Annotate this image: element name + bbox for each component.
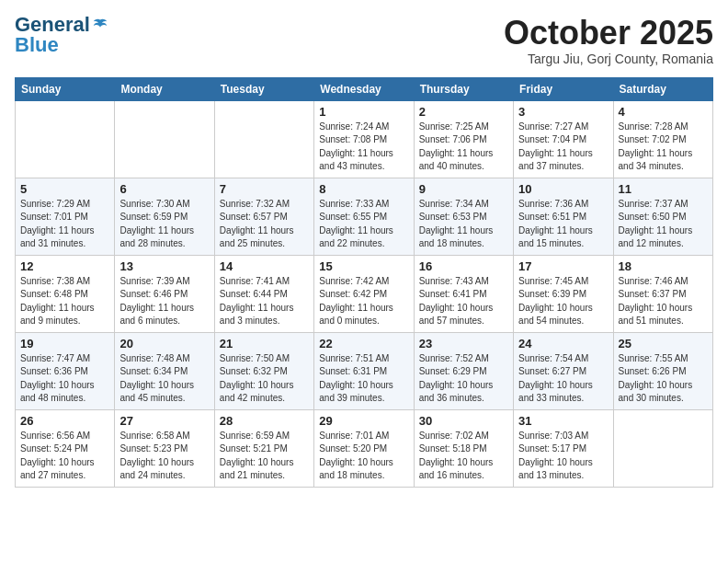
weekday-header-wednesday: Wednesday — [314, 77, 414, 100]
day-info: Sunrise: 7:39 AM Sunset: 6:46 PM Dayligh… — [119, 275, 209, 328]
day-number: 21 — [220, 337, 309, 350]
day-number: 19 — [20, 337, 109, 350]
day-info: Sunrise: 7:03 AM Sunset: 5:17 PM Dayligh… — [518, 430, 608, 483]
day-number: 13 — [119, 259, 209, 273]
day-info: Sunrise: 6:58 AM Sunset: 5:23 PM Dayligh… — [119, 430, 209, 483]
calendar-day-cell: 21Sunrise: 7:50 AM Sunset: 6:32 PM Dayli… — [214, 332, 313, 409]
calendar-day-cell: 11Sunrise: 7:37 AM Sunset: 6:50 PM Dayli… — [613, 178, 712, 255]
location-subtitle: Targu Jiu, Gorj County, Romania — [504, 52, 713, 66]
day-info: Sunrise: 7:27 AM Sunset: 7:04 PM Dayligh… — [518, 121, 608, 174]
day-number: 22 — [319, 337, 408, 350]
day-info: Sunrise: 7:47 AM Sunset: 6:36 PM Dayligh… — [20, 352, 109, 406]
day-number: 16 — [419, 259, 508, 273]
day-info: Sunrise: 7:02 AM Sunset: 5:18 PM Dayligh… — [419, 430, 508, 483]
day-number: 11 — [619, 182, 708, 196]
calendar-day-cell: 16Sunrise: 7:43 AM Sunset: 6:41 PM Dayli… — [414, 255, 513, 332]
calendar-day-cell — [115, 100, 214, 178]
calendar-day-cell: 5Sunrise: 7:29 AM Sunset: 7:01 PM Daylig… — [16, 178, 115, 255]
day-info: Sunrise: 7:42 AM Sunset: 6:42 PM Dayligh… — [319, 275, 408, 328]
weekday-header-sunday: Sunday — [16, 77, 115, 100]
calendar-day-cell: 14Sunrise: 7:41 AM Sunset: 6:44 PM Dayli… — [214, 255, 313, 332]
day-number: 4 — [619, 105, 708, 119]
weekday-header-tuesday: Tuesday — [214, 77, 313, 100]
logo-blue-text: Blue — [15, 35, 59, 55]
calendar-day-cell: 26Sunrise: 6:56 AM Sunset: 5:24 PM Dayli… — [16, 409, 115, 487]
day-info: Sunrise: 7:41 AM Sunset: 6:44 PM Dayligh… — [220, 275, 309, 328]
day-info: Sunrise: 7:24 AM Sunset: 7:08 PM Dayligh… — [319, 121, 408, 174]
day-info: Sunrise: 7:34 AM Sunset: 6:53 PM Dayligh… — [419, 198, 508, 251]
day-number: 30 — [419, 414, 508, 428]
calendar-day-cell: 3Sunrise: 7:27 AM Sunset: 7:04 PM Daylig… — [514, 100, 613, 178]
calendar-day-cell: 24Sunrise: 7:54 AM Sunset: 6:27 PM Dayli… — [514, 332, 613, 409]
day-info: Sunrise: 7:36 AM Sunset: 6:51 PM Dayligh… — [518, 198, 608, 251]
calendar-week-row: 12Sunrise: 7:38 AM Sunset: 6:48 PM Dayli… — [16, 255, 713, 332]
calendar-week-row: 5Sunrise: 7:29 AM Sunset: 7:01 PM Daylig… — [16, 178, 713, 255]
title-block: October 2025 Targu Jiu, Gorj County, Rom… — [504, 15, 713, 66]
day-info: Sunrise: 7:43 AM Sunset: 6:41 PM Dayligh… — [419, 275, 508, 328]
calendar-day-cell: 10Sunrise: 7:36 AM Sunset: 6:51 PM Dayli… — [514, 178, 613, 255]
day-info: Sunrise: 7:54 AM Sunset: 6:27 PM Dayligh… — [518, 352, 608, 406]
day-number: 9 — [419, 182, 508, 196]
day-number: 1 — [319, 105, 408, 119]
weekday-header-saturday: Saturday — [613, 77, 712, 100]
calendar-day-cell: 31Sunrise: 7:03 AM Sunset: 5:17 PM Dayli… — [514, 409, 613, 487]
day-number: 15 — [319, 259, 408, 273]
day-info: Sunrise: 7:32 AM Sunset: 6:57 PM Dayligh… — [220, 198, 309, 251]
day-number: 20 — [119, 337, 209, 350]
calendar-day-cell: 22Sunrise: 7:51 AM Sunset: 6:31 PM Dayli… — [314, 332, 414, 409]
day-number: 26 — [20, 414, 109, 428]
day-number: 25 — [619, 337, 708, 350]
calendar-header-row: SundayMondayTuesdayWednesdayThursdayFrid… — [16, 77, 713, 100]
page-header: General Blue October 2025 Targu Jiu, Gor… — [15, 15, 713, 66]
day-info: Sunrise: 7:51 AM Sunset: 6:31 PM Dayligh… — [319, 352, 408, 406]
day-info: Sunrise: 7:33 AM Sunset: 6:55 PM Dayligh… — [319, 198, 408, 251]
day-number: 23 — [419, 337, 508, 350]
calendar-day-cell: 18Sunrise: 7:46 AM Sunset: 6:37 PM Dayli… — [613, 255, 712, 332]
day-number: 24 — [518, 337, 608, 350]
day-number: 17 — [518, 259, 608, 273]
calendar-week-row: 1Sunrise: 7:24 AM Sunset: 7:08 PM Daylig… — [16, 100, 713, 178]
calendar-day-cell: 19Sunrise: 7:47 AM Sunset: 6:36 PM Dayli… — [16, 332, 115, 409]
day-number: 31 — [518, 414, 608, 428]
month-title: October 2025 — [504, 15, 713, 52]
calendar-day-cell: 27Sunrise: 6:58 AM Sunset: 5:23 PM Dayli… — [115, 409, 214, 487]
day-number: 28 — [220, 414, 309, 428]
day-info: Sunrise: 7:25 AM Sunset: 7:06 PM Dayligh… — [419, 121, 508, 174]
day-info: Sunrise: 7:01 AM Sunset: 5:20 PM Dayligh… — [319, 430, 408, 483]
day-number: 18 — [619, 259, 708, 273]
day-info: Sunrise: 7:37 AM Sunset: 6:50 PM Dayligh… — [619, 198, 708, 251]
calendar-day-cell: 2Sunrise: 7:25 AM Sunset: 7:06 PM Daylig… — [414, 100, 513, 178]
day-number: 2 — [419, 105, 508, 119]
weekday-header-monday: Monday — [115, 77, 214, 100]
calendar-day-cell — [214, 100, 313, 178]
day-number: 6 — [119, 182, 209, 196]
logo-bird-icon — [92, 17, 108, 33]
logo: General Blue — [15, 15, 108, 55]
calendar-day-cell: 6Sunrise: 7:30 AM Sunset: 6:59 PM Daylig… — [115, 178, 214, 255]
calendar-day-cell — [613, 409, 712, 487]
calendar-day-cell: 4Sunrise: 7:28 AM Sunset: 7:02 PM Daylig… — [613, 100, 712, 178]
day-info: Sunrise: 7:48 AM Sunset: 6:34 PM Dayligh… — [119, 352, 209, 406]
calendar-day-cell: 28Sunrise: 6:59 AM Sunset: 5:21 PM Dayli… — [214, 409, 313, 487]
day-info: Sunrise: 7:52 AM Sunset: 6:29 PM Dayligh… — [419, 352, 508, 406]
day-info: Sunrise: 7:46 AM Sunset: 6:37 PM Dayligh… — [619, 275, 708, 328]
day-info: Sunrise: 7:55 AM Sunset: 6:26 PM Dayligh… — [619, 352, 708, 406]
day-number: 5 — [20, 182, 109, 196]
day-info: Sunrise: 7:29 AM Sunset: 7:01 PM Dayligh… — [20, 198, 109, 251]
calendar-day-cell: 23Sunrise: 7:52 AM Sunset: 6:29 PM Dayli… — [414, 332, 513, 409]
day-info: Sunrise: 7:28 AM Sunset: 7:02 PM Dayligh… — [619, 121, 708, 174]
calendar-day-cell: 25Sunrise: 7:55 AM Sunset: 6:26 PM Dayli… — [613, 332, 712, 409]
day-info: Sunrise: 7:38 AM Sunset: 6:48 PM Dayligh… — [20, 275, 109, 328]
calendar-day-cell: 8Sunrise: 7:33 AM Sunset: 6:55 PM Daylig… — [314, 178, 414, 255]
calendar-day-cell: 29Sunrise: 7:01 AM Sunset: 5:20 PM Dayli… — [314, 409, 414, 487]
calendar-day-cell: 9Sunrise: 7:34 AM Sunset: 6:53 PM Daylig… — [414, 178, 513, 255]
day-info: Sunrise: 6:59 AM Sunset: 5:21 PM Dayligh… — [220, 430, 309, 483]
day-info: Sunrise: 6:56 AM Sunset: 5:24 PM Dayligh… — [20, 430, 109, 483]
day-number: 10 — [518, 182, 608, 196]
day-info: Sunrise: 7:50 AM Sunset: 6:32 PM Dayligh… — [220, 352, 309, 406]
day-number: 29 — [319, 414, 408, 428]
calendar-day-cell: 12Sunrise: 7:38 AM Sunset: 6:48 PM Dayli… — [16, 255, 115, 332]
calendar-day-cell — [16, 100, 115, 178]
calendar-day-cell: 7Sunrise: 7:32 AM Sunset: 6:57 PM Daylig… — [214, 178, 313, 255]
logo-general: General — [15, 15, 90, 35]
